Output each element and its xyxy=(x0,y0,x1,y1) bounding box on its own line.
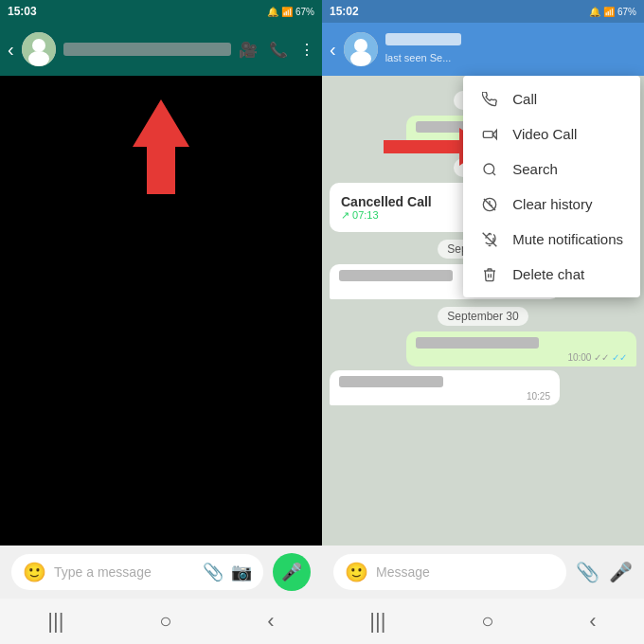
left-home-icon[interactable]: ○ xyxy=(159,609,171,634)
menu-item-video-call[interactable]: Video Call xyxy=(463,116,640,152)
svg-point-10 xyxy=(484,164,494,174)
call-info: Cancelled Call ↗ 07:13 xyxy=(341,194,432,222)
search-label: Search xyxy=(512,161,558,177)
mute-icon xyxy=(480,232,499,247)
right-sound-icon: 🔔 xyxy=(589,7,600,17)
msg-time-5: 10:25 xyxy=(339,391,550,402)
dropdown-menu: Call Video Call Search Clear history xyxy=(463,76,640,297)
left-emoji-icon[interactable]: 🙂 xyxy=(23,561,46,583)
left-message-placeholder: Type a message xyxy=(54,564,195,580)
clear-history-icon xyxy=(480,197,499,212)
left-status-bar: 15:03 🔔 📶 67% xyxy=(0,0,322,23)
right-contact-name-bar xyxy=(385,33,461,45)
right-contact-info: last seen Se... xyxy=(385,33,636,65)
delete-icon xyxy=(480,267,499,282)
right-battery-label: 67% xyxy=(617,7,636,17)
menu-item-clear-history[interactable]: Clear history xyxy=(463,187,640,222)
menu-item-delete[interactable]: Delete chat xyxy=(463,257,640,292)
arrow-icon: ↗ xyxy=(341,209,349,221)
right-emoji-icon[interactable]: 🙂 xyxy=(345,561,368,583)
clear-history-label: Clear history xyxy=(512,196,592,212)
message-bubble-4: 10:00 ✓✓ xyxy=(406,331,636,367)
right-header: ‹ last seen Se... xyxy=(322,23,644,76)
svg-line-11 xyxy=(492,172,495,175)
left-status-icons: 🔔 📶 67% xyxy=(267,7,314,17)
call-title: Cancelled Call xyxy=(341,194,432,209)
right-bottom-bar: 🙂 Message 📎 🎤 xyxy=(322,546,644,599)
left-camera-icon[interactable]: 📷 xyxy=(231,562,252,582)
svg-line-13 xyxy=(484,199,495,210)
svg-point-6 xyxy=(350,51,371,66)
phone-icon[interactable]: 📞 xyxy=(269,41,288,59)
svg-point-2 xyxy=(28,51,49,66)
right-back-nav-icon[interactable]: ‹ xyxy=(589,609,596,634)
video-call-label: Video Call xyxy=(512,126,577,142)
left-chat-content xyxy=(0,76,322,546)
right-back-button[interactable]: ‹ xyxy=(330,39,336,61)
right-home-icon[interactable]: ○ xyxy=(481,609,493,634)
right-panel: 15:02 🔔 📶 67% ‹ last seen Se... Call xyxy=(322,0,644,644)
left-recent-apps-icon[interactable]: ||| xyxy=(47,609,63,634)
left-mic-button[interactable]: 🎤 xyxy=(273,553,311,591)
left-avatar[interactable] xyxy=(22,32,56,66)
svg-rect-8 xyxy=(484,131,493,137)
right-signal-icon: 📶 xyxy=(603,7,615,17)
left-contact-name xyxy=(63,43,231,56)
right-status-bar: 15:02 🔔 📶 67% xyxy=(322,0,644,23)
video-call-menu-icon xyxy=(480,127,499,142)
left-attach-icon[interactable]: 📎 xyxy=(203,562,224,582)
left-back-button[interactable]: ‹ xyxy=(8,39,14,61)
msg-time-4: 10:00 ✓✓ xyxy=(416,352,627,363)
menu-item-search[interactable]: Search xyxy=(463,152,640,187)
right-last-seen: last seen Se... xyxy=(385,52,452,63)
right-message-input-area[interactable]: 🙂 Message xyxy=(333,554,566,590)
right-status-icons: 🔔 📶 67% xyxy=(589,7,636,17)
left-header: ‹ 🎥 📞 ⋮ xyxy=(0,23,322,76)
call-time: ↗ 07:13 xyxy=(341,209,432,222)
svg-point-1 xyxy=(32,39,45,52)
delete-chat-label: Delete chat xyxy=(512,266,584,282)
left-message-input-area[interactable]: 🙂 Type a message 📎 📷 xyxy=(11,554,263,590)
date-sep30: September 30 xyxy=(330,307,636,324)
right-nav-bar: ||| ○ ‹ xyxy=(322,599,644,644)
signal-icon: 📶 xyxy=(281,7,293,17)
search-menu-icon xyxy=(480,162,499,177)
svg-point-5 xyxy=(354,39,367,52)
svg-marker-9 xyxy=(493,130,497,138)
right-time: 15:02 xyxy=(330,5,359,18)
left-back-nav-icon[interactable]: ‹ xyxy=(267,609,274,634)
svg-marker-3 xyxy=(133,99,189,194)
right-avatar[interactable] xyxy=(344,32,378,66)
msg-content-5 xyxy=(339,376,443,387)
left-nav-bar: ||| ○ ‹ xyxy=(0,599,322,644)
left-header-icons: 🎥 📞 ⋮ xyxy=(239,41,314,59)
sound-icon: 🔔 xyxy=(267,7,278,17)
battery-icon: 67% xyxy=(295,7,314,17)
call-icon xyxy=(480,92,499,107)
msg-content-4 xyxy=(416,337,539,349)
left-time: 15:03 xyxy=(8,5,37,18)
video-call-icon[interactable]: 🎥 xyxy=(239,41,258,59)
left-panel: 15:03 🔔 📶 67% ‹ 🎥 📞 ⋮ 🙂 Type xyxy=(0,0,322,644)
menu-item-call[interactable]: Call xyxy=(463,81,640,116)
msg-content-3 xyxy=(339,270,453,281)
right-recent-apps-icon[interactable]: ||| xyxy=(369,609,385,634)
right-mic-icon[interactable]: 🎤 xyxy=(609,561,633,583)
red-arrow-up xyxy=(128,95,194,203)
call-label: Call xyxy=(512,91,537,107)
more-options-icon[interactable]: ⋮ xyxy=(299,41,314,59)
menu-item-mute[interactable]: Mute notifications xyxy=(463,222,640,257)
message-bubble-5: 10:25 xyxy=(330,370,560,405)
mute-label: Mute notifications xyxy=(512,231,623,247)
right-attach-icon[interactable]: 📎 xyxy=(576,561,599,583)
right-message-placeholder: Message xyxy=(376,564,555,580)
left-bottom-bar: 🙂 Type a message 📎 📷 🎤 xyxy=(0,546,322,599)
